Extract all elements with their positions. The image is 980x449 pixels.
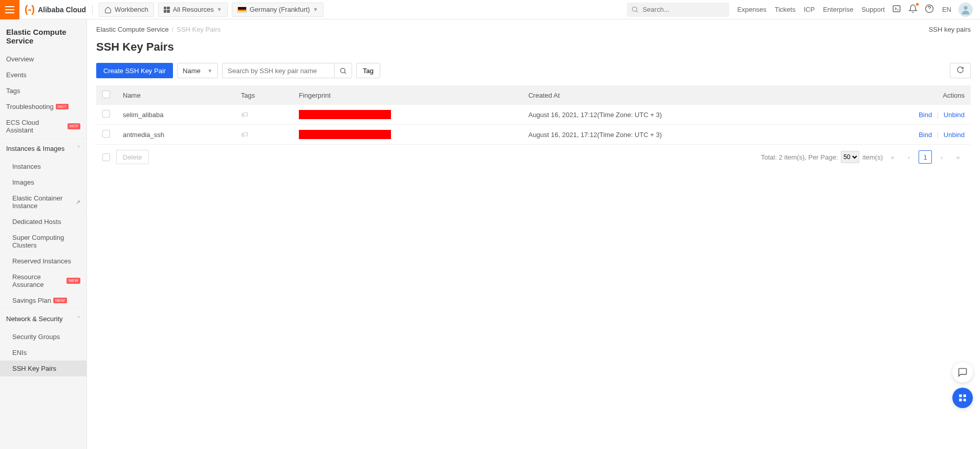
chevron-up-icon: ˄ [77,145,80,152]
ssh-keypairs-table: Name Tags Fingerprint Created At Actions… [96,85,971,145]
hamburger-menu-button[interactable] [0,0,19,19]
page-number-button[interactable]: 1 [919,150,932,164]
bulk-select-checkbox[interactable] [102,153,110,161]
page-next-button[interactable]: › [935,150,948,164]
toolbar: Create SSH Key Pair Name ▼ Tag [96,63,971,78]
help-button[interactable] [925,4,934,15]
unbind-action[interactable]: Unbind [944,131,965,139]
tag-icon[interactable]: 🏷 [241,130,248,139]
fingerprint-redacted [299,130,391,139]
sidebar-item-troubleshooting[interactable]: Troubleshooting HOT [0,99,86,115]
svg-rect-7 [959,399,962,401]
global-search-input[interactable] [627,3,729,17]
sidebar-group-instances-images[interactable]: Instances & Images ˄ [0,138,86,159]
tag-button[interactable]: Tag [356,63,380,78]
svg-point-4 [341,68,345,73]
search-icon [339,67,347,75]
chevron-down-icon: ▼ [313,7,318,12]
svg-rect-6 [964,394,966,397]
row-checkbox[interactable] [102,110,110,118]
nav-icp[interactable]: ICP [803,6,815,13]
user-avatar[interactable] [959,3,973,17]
table-row: antmedia_ssh 🏷 August 16, 2021, 17:12(Ti… [96,125,971,145]
quick-tools-button[interactable] [952,388,973,408]
page-prev-button[interactable]: ‹ [902,150,916,164]
language-selector[interactable]: EN [942,6,951,13]
nav-support[interactable]: Support [861,6,885,13]
notifications-button[interactable] [908,4,918,15]
divider [92,5,93,14]
col-actions: Actions [843,85,971,105]
grid-icon [164,7,170,13]
page-last-button[interactable]: » [951,150,965,164]
svg-point-0 [632,7,637,11]
nav-enterprise[interactable]: Enterprise [823,6,853,13]
refresh-icon [956,66,964,74]
cell-name: selim_alibaba [117,105,235,125]
cloudshell-button[interactable] [892,4,901,15]
nav-expenses[interactable]: Expenses [737,6,767,13]
create-ssh-key-pair-button[interactable]: Create SSH Key Pair [96,63,173,78]
cell-created: August 16, 2021, 17:12(Time Zone: UTC + … [522,105,842,125]
sidebar-item-instances[interactable]: Instances [0,159,86,174]
bind-action[interactable]: Bind [919,111,932,119]
grid-icon [958,393,967,402]
sidebar-group-network-security[interactable]: Network & Security ˄ [0,308,86,329]
new-badge: NEW [53,298,67,304]
chevron-down-icon: ▼ [217,7,222,12]
refresh-button[interactable] [950,63,971,78]
sidebar-item-resource-assurance[interactable]: Resource Assurance NEW [0,269,86,293]
sidebar-item-overview[interactable]: Overview [0,51,86,67]
bulk-delete-button[interactable]: Delete [116,150,149,164]
all-resources-dropdown[interactable]: All Resources ▼ [158,3,228,17]
tag-icon[interactable]: 🏷 [241,110,248,119]
page-first-button[interactable]: « [886,150,899,164]
col-created: Created At [522,85,842,105]
sidebar-item-dedicated-hosts[interactable]: Dedicated Hosts [0,214,86,230]
bulk-action-bar: Delete Total: 2 item(s), Per Page: 50 it… [96,145,971,169]
sidebar-item-enis[interactable]: ENIs [0,345,86,361]
unbind-action[interactable]: Unbind [944,111,965,119]
select-all-checkbox[interactable] [102,91,110,98]
chat-icon [957,367,968,377]
nav-tickets[interactable]: Tickets [775,6,796,13]
feedback-button[interactable] [952,362,973,383]
cell-created: August 16, 2021, 17:12(Time Zone: UTC + … [522,125,842,145]
sidebar-item-cloud-assistant[interactable]: ECS Cloud Assistant HOT [0,115,86,138]
hot-badge: HOT [68,123,80,129]
sidebar-item-tags[interactable]: Tags [0,83,86,99]
bell-icon [908,4,918,13]
search-icon [631,6,639,13]
breadcrumb: Elastic Compute Service / SSH Key Pairs … [96,26,971,33]
hot-badge: HOT [56,104,69,110]
sidebar-item-savings-plan[interactable]: Savings Plan NEW [0,293,86,308]
page-title: SSH Key Pairs [96,40,971,54]
per-page-select[interactable]: 50 [841,151,859,163]
search-keypair-button[interactable] [335,63,352,78]
notification-dot [916,3,919,6]
sidebar-item-eci[interactable]: Elastic Container Instance ↗ [0,190,86,214]
main-content: Elastic Compute Service / SSH Key Pairs … [87,19,980,449]
region-dropdown[interactable]: Germany (Frankfurt) ▼ [232,3,324,17]
col-tags: Tags [235,85,293,105]
row-checkbox[interactable] [102,130,110,138]
germany-flag-icon [237,7,247,13]
sidebar-item-images[interactable]: Images [0,174,86,190]
pagination: Total: 2 item(s), Per Page: 50 item(s) «… [761,150,965,164]
sidebar-item-ssh-key-pairs[interactable]: SSH Key Pairs [0,361,86,376]
breadcrumb-root[interactable]: Elastic Compute Service [96,26,169,33]
sidebar-item-super-clusters[interactable]: Super Computing Clusters [0,230,86,253]
sidebar-item-security-groups[interactable]: Security Groups [0,329,86,345]
search-keypair-input[interactable] [222,63,335,78]
help-icon [925,4,934,13]
bind-action[interactable]: Bind [919,131,932,139]
col-fingerprint: Fingerprint [293,85,522,105]
workbench-button[interactable]: Workbench [99,3,154,17]
brand-logo[interactable]: (-) Alibaba Cloud [25,4,86,15]
brand-name: Alibaba Cloud [38,6,86,14]
cell-name: antmedia_ssh [117,125,235,145]
avatar-icon [960,4,971,15]
filter-by-dropdown[interactable]: Name ▼ [177,63,218,78]
sidebar-item-events[interactable]: Events [0,67,86,83]
sidebar-item-reserved-instances[interactable]: Reserved Instances [0,253,86,269]
